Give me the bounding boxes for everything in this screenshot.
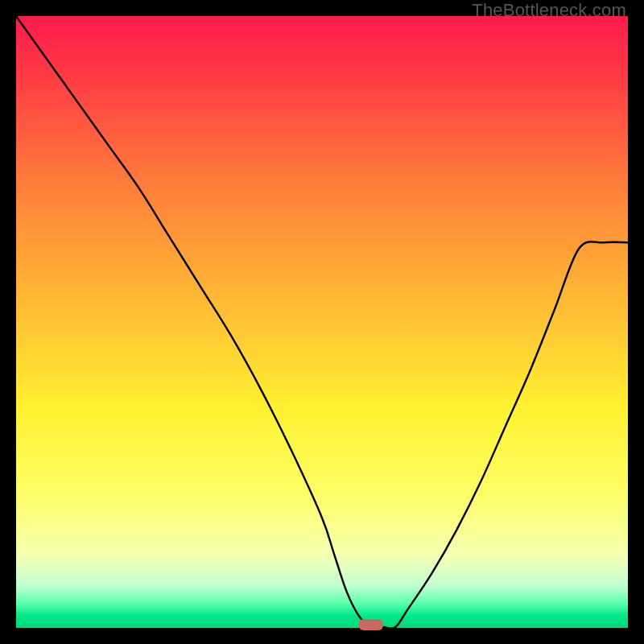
bottleneck-curve [16,16,628,628]
chart-frame: TheBottleneck.com [0,0,644,644]
curve-path [16,16,628,629]
plot-area [16,16,628,628]
optimal-marker [359,619,383,630]
watermark-text: TheBottleneck.com [472,0,626,21]
